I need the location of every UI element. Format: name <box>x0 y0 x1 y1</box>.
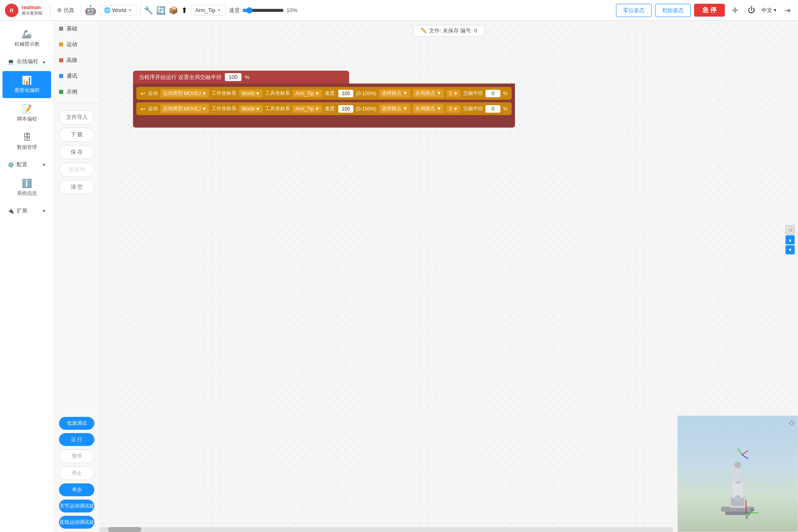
category-basic[interactable]: 基础 <box>54 21 99 37</box>
init-pose-button[interactable]: 初始姿态 <box>655 4 691 17</box>
block1-waypoint-dropdown[interactable]: 全局路点 ▼ <box>413 89 444 98</box>
block1-motion-type-label: 运动类型 <box>163 90 183 97</box>
block1-waypoint-arrow: ▼ <box>436 90 441 96</box>
bottom-scrollbar-thumb[interactable] <box>108 527 141 532</box>
joint-debug-button[interactable]: 关节运动调试处 <box>59 500 94 512</box>
block1-blend-value[interactable]: 0 <box>485 90 500 97</box>
linear-debug-button[interactable]: 直线运动调试处 <box>59 516 94 529</box>
scroll-left-arrow[interactable]: ◁ <box>786 225 795 234</box>
arm-tip-dropdown[interactable]: Arm_Tip ▼ <box>191 5 226 15</box>
block2-coord-dropdown[interactable]: World ▼ <box>239 105 263 113</box>
sidebar-item-script-prog[interactable]: 📝 脚本编程 <box>2 100 51 127</box>
program-header-text: 当程序开始运行 设置全局交融半径 <box>139 74 222 81</box>
block1-tool-dropdown[interactable]: Arm_Tip ▼ <box>293 90 322 97</box>
scroll-down-arrow[interactable]: ▼ <box>786 245 795 254</box>
stop-button[interactable]: 停止 <box>59 466 94 480</box>
file-status-text: 文件: 未保存 编号: 0 <box>429 27 477 34</box>
main-layout: 🦾 机械臂示教 💻 在线编程 ▲ 📊 图形化编程 📝 脚本编程 🗄 数据管理 ⚙… <box>0 21 798 532</box>
estop-button[interactable]: 急 停 <box>694 4 725 17</box>
block1-motion-type-arrow: ▼ <box>202 91 207 96</box>
block2-tool-dropdown[interactable]: Arm_Tip ▼ <box>293 105 322 113</box>
arm-icon-3: 📦 <box>169 6 178 15</box>
block2-speed-value[interactable]: 100 <box>338 105 353 113</box>
sim-icon: ⚙ <box>57 7 62 13</box>
robot-svg-container: Z Y <box>678 416 798 532</box>
scroll-up-arrow[interactable]: ▲ <box>786 235 795 244</box>
data-mgmt-label: 数据管理 <box>17 144 37 151</box>
low-speed-test-button[interactable]: 低速调试 <box>59 417 94 430</box>
radius-value-box[interactable]: 100 <box>225 73 241 81</box>
svg-text:R: R <box>10 8 13 14</box>
block1-num-arrow: ▼ <box>453 91 458 96</box>
category-examples-label: 示例 <box>66 88 77 96</box>
program-header-block: 当程序开始运行 设置全局交融半径 100 % <box>133 71 349 84</box>
category-examples[interactable]: 示例 <box>54 84 99 100</box>
category-motion-dot <box>59 42 63 47</box>
power-button[interactable]: ⏻ <box>745 4 758 17</box>
action-buttons: 文件导入 下 载 保 存 另存为 清 空 <box>54 103 99 201</box>
arm-tip-label: Arm_Tip <box>195 7 216 13</box>
block2-num-dropdown[interactable]: 3 ▼ <box>446 105 461 113</box>
speed-value: 10% <box>286 7 297 13</box>
save-button[interactable]: 保 存 <box>59 145 94 159</box>
pause-button[interactable]: 暂停 <box>59 449 94 463</box>
block2-waypoint-label: 全局路点 <box>415 106 435 111</box>
file-status-bar: ✏️ 文件: 未保存 编号: 0 <box>414 25 484 37</box>
download-button[interactable]: 下 载 <box>59 128 94 142</box>
block2-waypoint-dropdown[interactable]: 全局路点 ▼ <box>413 104 444 113</box>
bottom-scrollbar[interactable] <box>100 527 673 532</box>
speed-slider[interactable] <box>242 7 284 14</box>
block1-num-label: 2 <box>449 91 452 96</box>
category-advanced[interactable]: 高级 <box>54 52 99 68</box>
block2-num-label: 3 <box>449 106 452 112</box>
sim-button[interactable]: ⚙ 仿真 <box>54 5 78 16</box>
zero-pose-button[interactable]: 零位姿态 <box>616 4 652 17</box>
config-label: 配置 <box>17 161 27 168</box>
block2-select-waypoint[interactable]: 选择路点 ▼ <box>379 104 410 113</box>
block1-coord-dropdown[interactable]: World ▼ <box>239 90 263 97</box>
sidebar-item-sys-info[interactable]: ℹ️ 系统信息 <box>2 174 51 201</box>
sidebar-item-data-mgmt[interactable]: 🗄 数据管理 <box>2 128 51 155</box>
category-advanced-label: 高级 <box>66 57 77 64</box>
world-icon: 🌐 <box>104 7 111 13</box>
sidebar-item-config[interactable]: ⚙️ 配置 ▼ <box>2 157 51 172</box>
right-panel-arrows: ◁ ▲ ▼ <box>786 225 795 254</box>
bottom-action-buttons: 低速调试 运 行 暂停 停止 单步 关节运动调试处 直线运动调试处 <box>54 414 99 532</box>
topbar-divider-2 <box>81 5 81 16</box>
category-motion[interactable]: 运动 <box>54 37 99 52</box>
block1-speed-value[interactable]: 100 <box>338 90 353 97</box>
block1-motion-type-dropdown[interactable]: 运动类型 MOVEJ ▼ <box>160 89 209 98</box>
arm-teach-icon: 🦾 <box>22 29 32 39</box>
lang-button[interactable]: 中文 ▼ <box>761 7 777 14</box>
saveas-button[interactable]: 另存为 <box>59 163 94 177</box>
world-dropdown[interactable]: 🌐 World ▼ <box>99 5 137 15</box>
topbar-divider-1 <box>50 5 50 16</box>
sidebar-item-extend[interactable]: 🔌 扩展 ▼ <box>2 203 51 219</box>
category-motion-label: 运动 <box>66 41 77 48</box>
logout-button[interactable]: ⇥ <box>781 4 794 17</box>
block1-num-dropdown[interactable]: 2 ▼ <box>446 90 461 97</box>
import-button[interactable]: 文件导入 <box>59 110 94 124</box>
script-prog-label: 脚本编程 <box>17 116 37 123</box>
block2-coord-label: 工作坐标系 <box>212 105 236 112</box>
svg-line-11 <box>742 451 748 455</box>
crosshair-button[interactable]: ✛ <box>728 4 741 17</box>
step-button[interactable]: 单步 <box>59 483 94 496</box>
sidebar-item-arm-teach[interactable]: 🦾 机械臂示教 <box>2 25 51 52</box>
sys-info-icon: ℹ️ <box>22 178 32 188</box>
category-comms[interactable]: 通讯 <box>54 68 99 84</box>
block1-select-waypoint[interactable]: 选择路点 ▼ <box>379 89 410 98</box>
sidebar-item-graph-prog[interactable]: 📊 图形化编程 <box>2 71 51 98</box>
block2-arrow: ↩ <box>140 106 145 112</box>
sidebar-item-online-prog[interactable]: 💻 在线编程 ▲ <box>2 54 51 69</box>
robot-svg: Z Y <box>696 432 779 523</box>
block2-select-label: 选择路点 <box>382 106 401 111</box>
block2-motion-type-dropdown[interactable]: 运动类型 MOVEJ ▼ <box>160 104 209 113</box>
sys-info-label: 系统信息 <box>17 190 37 197</box>
block2-tool-value: Arm_Tip <box>295 106 314 112</box>
run-button[interactable]: 运 行 <box>59 433 94 446</box>
clear-button[interactable]: 清 空 <box>59 180 94 194</box>
robot-preview-close[interactable]: ◇ <box>789 419 794 426</box>
block2-blend-value[interactable]: 0 <box>485 105 500 113</box>
block2-num-arrow: ▼ <box>453 106 458 112</box>
